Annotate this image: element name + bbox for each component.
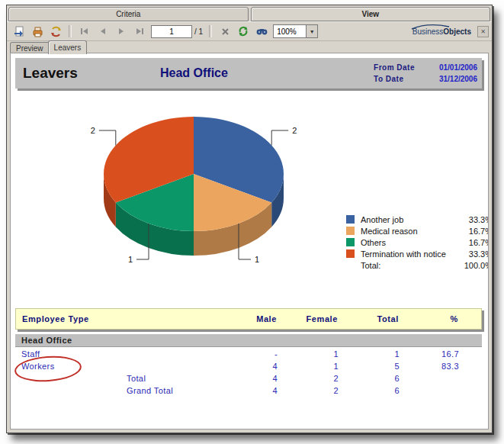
row-label[interactable]: Total bbox=[15, 374, 218, 383]
chart-legend: Another job33.3%Medical reason16.7%Other… bbox=[346, 214, 489, 271]
find-button[interactable] bbox=[253, 24, 270, 39]
to-date-value: 31/12/2006 bbox=[421, 75, 477, 83]
refresh-icon bbox=[238, 26, 249, 37]
toolbar-close-button[interactable]: ✕ bbox=[477, 26, 489, 37]
row-label[interactable]: Workers bbox=[15, 362, 218, 371]
legend-label: Another job bbox=[361, 215, 459, 224]
refresh-data-icon bbox=[50, 26, 62, 37]
to-date-label: To Date bbox=[374, 75, 415, 83]
legend-percent: 33.3% bbox=[459, 215, 489, 224]
report-title: Leavers bbox=[23, 65, 160, 82]
zoom-dropdown-arrow-icon[interactable]: ▼ bbox=[306, 25, 317, 37]
prev-page-button[interactable] bbox=[95, 24, 111, 39]
legend-percent: 16.7% bbox=[459, 238, 489, 247]
table-row: Workers41583.3 bbox=[15, 360, 482, 372]
table-group-header: Head Office bbox=[15, 334, 482, 346]
legend-swatch-icon bbox=[346, 227, 355, 235]
find-binoculars-icon bbox=[256, 27, 268, 36]
legend-swatch-icon bbox=[346, 238, 355, 246]
zoom-value: 100% bbox=[274, 27, 306, 36]
next-page-icon bbox=[117, 27, 125, 35]
next-page-button[interactable] bbox=[113, 24, 130, 39]
refresh-data-button[interactable] bbox=[47, 24, 64, 39]
cell-male: 4 bbox=[218, 386, 278, 395]
first-page-icon bbox=[80, 27, 89, 35]
cell-female: 2 bbox=[278, 386, 339, 395]
cell-pct: 83.3 bbox=[400, 362, 459, 371]
pie-callout-value: 2 bbox=[292, 126, 297, 135]
legend-total-label: Total: bbox=[361, 261, 459, 270]
column-header: Employee Type bbox=[16, 314, 217, 323]
main-tabstrip: Criteria View bbox=[7, 5, 492, 21]
toolbar-separator bbox=[69, 25, 72, 37]
table-header-row: Employee TypeMaleFemaleTotal% bbox=[15, 308, 482, 330]
column-header: Male bbox=[217, 314, 277, 323]
viewer-toolbar: / 1 100% ▼ BusinessObjects ✕ bbox=[7, 21, 492, 41]
report-date-range: From Date 01/01/2006 To Date 31/12/2006 bbox=[374, 63, 477, 83]
page-number-input[interactable] bbox=[151, 25, 192, 38]
column-header: Total bbox=[338, 314, 399, 323]
summary-table: Employee TypeMaleFemaleTotal% Head Offic… bbox=[15, 308, 482, 397]
legend-item: Others16.7% bbox=[346, 236, 489, 248]
pie-chart-area: 2112 Another job33.3%Medical reason16.7%… bbox=[11, 98, 488, 288]
subtab-leavers[interactable]: Leavers bbox=[48, 40, 88, 54]
zoom-select[interactable]: 100% ▼ bbox=[273, 24, 318, 38]
pie-callout-value: 1 bbox=[128, 255, 133, 264]
refresh-button[interactable] bbox=[235, 24, 252, 39]
cell-male: 4 bbox=[218, 374, 278, 383]
legend-total-row: Total:100.0% bbox=[346, 259, 489, 271]
legend-label: Medical reason bbox=[361, 227, 459, 236]
row-label[interactable]: Grand Total bbox=[15, 386, 218, 395]
page-total-label: / 1 bbox=[194, 27, 203, 36]
from-date-label: From Date bbox=[374, 63, 415, 72]
cell-male: 4 bbox=[218, 362, 278, 371]
legend-item: Medical reason16.7% bbox=[346, 225, 489, 236]
pie-chart: 2112 bbox=[11, 98, 331, 281]
tab-criteria[interactable]: Criteria bbox=[8, 7, 249, 21]
table-row: Staff-1116.7 bbox=[15, 348, 482, 360]
prev-page-icon bbox=[99, 27, 107, 35]
cell-total: 1 bbox=[339, 349, 400, 359]
cell-pct: 16.7 bbox=[400, 349, 459, 359]
legend-item: Termination with notice33.3% bbox=[346, 248, 489, 259]
report-subtitle: Head Office bbox=[160, 66, 228, 80]
screenshot-stage: Criteria View bbox=[0, 0, 504, 444]
table-body: Staff-1116.7Workers41583.3Total426Grand … bbox=[15, 348, 482, 397]
last-page-button[interactable] bbox=[131, 24, 148, 39]
column-header: Female bbox=[277, 314, 338, 323]
legend-label: Others bbox=[361, 238, 459, 247]
report-canvas: Leavers Head Office From Date 01/01/2006… bbox=[10, 53, 489, 430]
table-row: Total426 bbox=[15, 372, 482, 384]
cell-male: - bbox=[218, 349, 278, 359]
legend-swatch-icon bbox=[346, 215, 355, 224]
cell-total: 6 bbox=[339, 386, 400, 395]
print-button[interactable] bbox=[29, 24, 46, 39]
cell-female: 2 bbox=[278, 374, 339, 383]
logo-swoosh-icon bbox=[411, 24, 451, 30]
page-navigator: / 1 bbox=[151, 25, 203, 38]
pie-callout-value: 2 bbox=[91, 126, 95, 135]
export-icon bbox=[14, 26, 25, 37]
pie-callout-value: 1 bbox=[255, 255, 259, 264]
export-button[interactable] bbox=[11, 24, 27, 39]
last-page-icon bbox=[135, 27, 144, 35]
legend-total-value: 100.0% bbox=[459, 261, 489, 270]
cell-female: 1 bbox=[278, 362, 339, 371]
report-viewer-window: Criteria View bbox=[6, 5, 493, 433]
table-row: Grand Total426 bbox=[15, 384, 482, 397]
cell-total: 5 bbox=[339, 362, 400, 371]
cell-total: 6 bbox=[339, 374, 400, 383]
tab-view[interactable]: View bbox=[251, 7, 491, 21]
cell-female: 1 bbox=[278, 349, 339, 359]
row-label[interactable]: Staff bbox=[15, 349, 218, 359]
legend-label: Termination with notice bbox=[361, 249, 459, 259]
cancel-icon bbox=[221, 27, 230, 36]
from-date-value: 01/01/2006 bbox=[421, 63, 477, 72]
toolbar-separator bbox=[209, 25, 212, 37]
cancel-button[interactable] bbox=[217, 24, 233, 39]
first-page-button[interactable] bbox=[76, 24, 93, 39]
legend-percent: 33.3% bbox=[459, 249, 489, 259]
print-icon bbox=[32, 26, 43, 37]
legend-swatch-spacer bbox=[346, 261, 355, 269]
legend-item: Another job33.3% bbox=[346, 214, 489, 225]
